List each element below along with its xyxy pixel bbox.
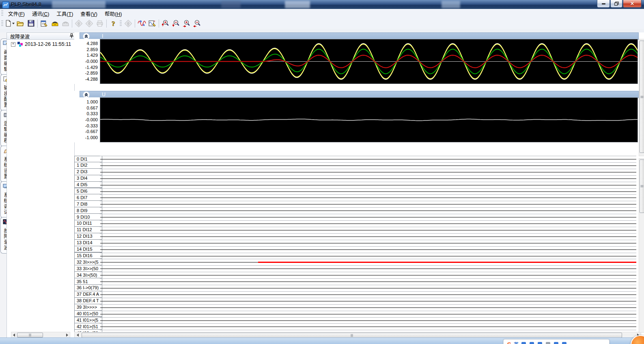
transfer-button: [123, 18, 134, 28]
axis-tick-label: -1.000: [73, 135, 98, 140]
digital-channel-label: 33 3I>>(50: [74, 265, 102, 272]
toolbar-separator: [106, 19, 107, 28]
digital-row-separator: [100, 188, 636, 189]
pin-icon[interactable]: [69, 33, 74, 40]
connect-phone-button[interactable]: [50, 18, 60, 28]
digital-channel-label: 9 DI10: [74, 213, 102, 220]
panel-header[interactable]: 故障录波: [7, 33, 77, 40]
digital-channel-label: 4 DI5: [74, 181, 102, 188]
record-file-icon: [17, 41, 23, 47]
menu-v[interactable]: 查看(V): [77, 9, 101, 19]
axis-tick-label: -2.859: [73, 71, 98, 75]
digital-channel-label: 38 DEF.4 T: [74, 297, 102, 304]
panel-title: 故障录波: [10, 33, 30, 40]
scroll-left-icon[interactable]: [13, 333, 15, 337]
digital-row-separator: [100, 156, 636, 156]
digital-row-separator: [100, 201, 636, 201]
panel-hscrollbar[interactable]: [11, 332, 70, 338]
ime-pen-icon[interactable]: [521, 342, 526, 344]
digital-channel-trace: [100, 295, 636, 295]
menu-h[interactable]: 帮助(H): [101, 9, 125, 19]
close-button[interactable]: ✕: [623, 0, 642, 8]
digital-row-separator: [100, 220, 636, 221]
upload-icon: [75, 20, 82, 27]
digital-channel-label: 15 DI16: [74, 252, 102, 259]
chevron-up-icon: [83, 33, 89, 39]
record-tree-item[interactable]: + 2013-12-26 11:55:11: [11, 41, 71, 47]
digital-channel-trace: [100, 282, 636, 282]
help-button[interactable]: ?: [108, 18, 118, 28]
chart-header-gap: [74, 91, 80, 97]
digital-vscroll-thumb[interactable]: [640, 159, 644, 213]
digital-channel-label: 42 I01>(51: [74, 323, 102, 330]
digital-channel-label: 39 3I>>>>: [74, 304, 102, 311]
ime-smiley-icon[interactable]: [554, 342, 558, 344]
zoom-in-horizontal-button[interactable]: [181, 18, 192, 28]
zoom-out-vertical-button[interactable]: [171, 18, 181, 28]
menu-t[interactable]: 工具(T): [53, 9, 77, 19]
chart-I-plot[interactable]: [100, 39, 638, 84]
open-button[interactable]: [15, 18, 26, 28]
tree-expander-icon[interactable]: +: [11, 42, 15, 47]
digital-channel-trace: [100, 327, 636, 327]
digital-row-separator: [100, 272, 636, 272]
ime-keyboard-icon[interactable]: [538, 342, 542, 344]
minimize-icon: [602, 3, 605, 4]
menubar-grip[interactable]: [1, 10, 3, 17]
analog-vscrollbar[interactable]: [639, 39, 644, 156]
digital-channel-trace: [100, 217, 636, 217]
save-button[interactable]: [26, 18, 36, 28]
digital-channel-label: 6 DI7: [74, 194, 102, 201]
digital-row-separator: [100, 317, 636, 318]
trace-voltage-grey: [100, 119, 638, 120]
disconnect-phone-button: [60, 18, 71, 28]
minimize-button[interactable]: [597, 0, 610, 8]
digital-channel-label: 41 I01>>(5: [74, 317, 102, 324]
window-title: PLP Shell4.8: [11, 1, 41, 7]
digital-vscrollbar[interactable]: [639, 158, 644, 333]
menu-f[interactable]: 文件(F): [4, 9, 28, 19]
digital-row-separator: [100, 298, 636, 298]
transfer-icon: [125, 20, 132, 27]
ime-mic-icon[interactable]: [546, 342, 550, 344]
scroll-left-icon[interactable]: [77, 333, 79, 337]
digital-row-separator: [100, 253, 636, 253]
ime-language-toggle[interactable]: 英: [514, 341, 519, 344]
digital-channel-label: 3 DI4: [74, 175, 102, 182]
digital-channel-trace: [100, 178, 636, 179]
panel-hscroll-thumb[interactable]: [17, 333, 43, 338]
ime-dots-icon[interactable]: [530, 342, 534, 344]
scroll-right-icon[interactable]: [66, 333, 68, 337]
sogou-logo-icon[interactable]: S: [507, 341, 511, 344]
analog-vscroll-thumb[interactable]: [640, 41, 644, 153]
digital-channel-trace: [100, 320, 636, 321]
ime-wrench-icon[interactable]: [562, 342, 566, 344]
dropdown-caret-icon[interactable]: [12, 23, 15, 24]
chart-U-plot[interactable]: [100, 97, 638, 142]
waveform-config-button[interactable]: [147, 18, 157, 28]
ime-toolbar[interactable]: S 英: [503, 339, 610, 344]
menu-c[interactable]: 通讯(C): [28, 9, 53, 19]
toolbar-grip[interactable]: [1, 20, 3, 27]
properties-button[interactable]: [39, 18, 50, 28]
chart-I-title: I: [102, 33, 103, 39]
digital-channel-trace: [100, 307, 636, 308]
zoom-out-horizontal-button[interactable]: [192, 18, 202, 28]
new-icon: [5, 20, 12, 27]
new-button[interactable]: [4, 18, 15, 28]
axis-tick-label: 2.859: [73, 47, 98, 52]
zoom-in-vertical-button[interactable]: [160, 18, 171, 28]
save-icon: [28, 20, 34, 27]
digital-channel-list[interactable]: 0 DI11 DI22 DI33 DI44 DI55 DI66 DI77 DI8…: [74, 156, 639, 332]
toolbar-grip[interactable]: [120, 20, 122, 27]
waveform-button[interactable]: AA: [136, 18, 147, 28]
digital-row-separator: [100, 182, 636, 182]
restore-button[interactable]: [610, 0, 622, 8]
digital-row-separator: [100, 214, 636, 214]
help-icon: ?: [110, 20, 116, 27]
digital-channel-label: 13 DI14: [74, 239, 102, 246]
properties-icon: [41, 20, 48, 27]
digital-channel-label: 12 DI13: [74, 233, 102, 240]
svg-text:A: A: [142, 23, 145, 27]
digital-row-separator: [100, 169, 636, 169]
